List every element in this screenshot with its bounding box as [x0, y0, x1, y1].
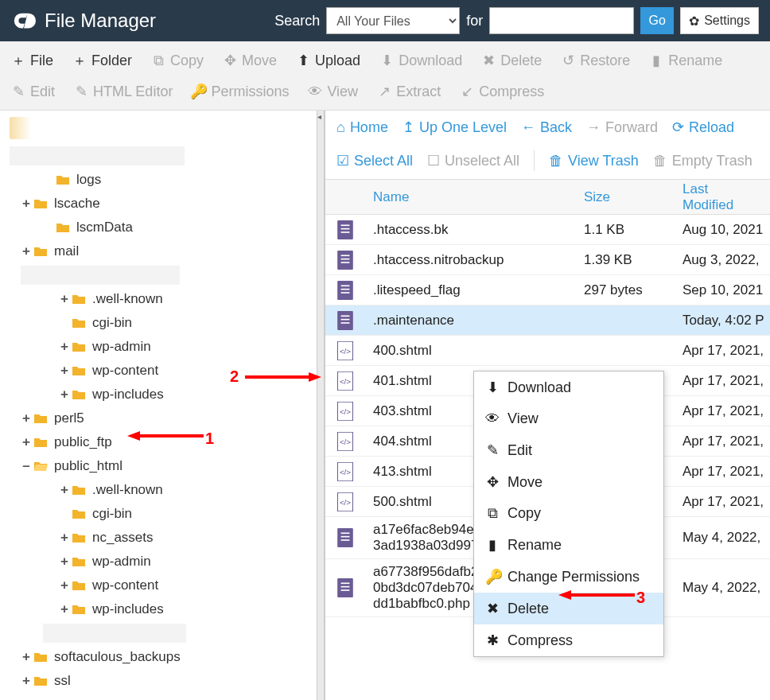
- folder-icon: [72, 293, 88, 305]
- context-copy[interactable]: ⧉Copy: [474, 498, 663, 529]
- expand-toggle[interactable]: +: [59, 339, 70, 355]
- expand-toggle[interactable]: –: [21, 458, 32, 474]
- col-modified[interactable]: Last Modified: [675, 181, 770, 213]
- header-bar: File Manager Search All Your Files for G…: [0, 0, 770, 41]
- tree-node[interactable]: +wp-content: [59, 574, 317, 597]
- edit-button[interactable]: ✎Edit: [3, 78, 63, 105]
- expand-toggle[interactable]: +: [59, 530, 70, 546]
- tree-node[interactable]: +wp-content: [59, 359, 317, 383]
- tree-node[interactable]: +wp-admin: [59, 335, 317, 359]
- file-modified: May 4, 2022,: [675, 580, 770, 596]
- view-trash-button[interactable]: 🗑View Trash: [549, 153, 639, 169]
- tree-node[interactable]: +.well-known: [59, 287, 317, 311]
- tree-node[interactable]: +public_ftp: [21, 430, 317, 454]
- expand-toggle[interactable]: +: [59, 554, 70, 570]
- back-button[interactable]: ←Back: [521, 119, 572, 136]
- expand-toggle[interactable]: +: [21, 196, 32, 212]
- go-button[interactable]: Go: [640, 7, 674, 34]
- move-button[interactable]: ✥Move: [215, 46, 285, 75]
- folder-icon: [33, 412, 49, 425]
- expand-toggle[interactable]: +: [21, 243, 32, 259]
- folder-button[interactable]: ＋Folder: [64, 46, 140, 75]
- tree-node[interactable]: +tmp: [21, 693, 317, 700]
- tree-node[interactable]: +perl5: [21, 406, 317, 430]
- tree-node[interactable]: cgi-bin: [59, 502, 317, 526]
- expand-toggle[interactable]: +: [59, 601, 70, 617]
- tree-node[interactable]: +mail: [21, 239, 317, 263]
- expand-toggle[interactable]: +: [59, 387, 70, 402]
- html-editor-button[interactable]: ✎HTML Editor: [66, 78, 181, 105]
- expand-toggle[interactable]: +: [21, 697, 32, 700]
- extract-button[interactable]: ↗Extract: [369, 78, 449, 105]
- delete-button[interactable]: ✖Delete: [473, 46, 550, 75]
- file-row[interactable]: 400.shtmlApr 17, 2021,: [325, 336, 770, 366]
- tree-node[interactable]: logs: [43, 168, 317, 192]
- file-modified: Aug 10, 2021: [675, 222, 770, 238]
- file-row[interactable]: .maintenanceToday, 4:02 P: [325, 305, 770, 336]
- search-input[interactable]: [489, 7, 634, 34]
- tree-node[interactable]: [10, 144, 317, 168]
- tree-node[interactable]: +softaculous_backups: [21, 645, 317, 669]
- unselect-all-button[interactable]: ☐Unselect All: [427, 152, 519, 169]
- context-compress[interactable]: ✱Compress: [474, 624, 663, 656]
- tree-node[interactable]: [21, 263, 317, 287]
- context-rename[interactable]: ▮Rename: [474, 529, 663, 561]
- tree-node[interactable]: +nc_assets: [59, 526, 317, 550]
- tree-node[interactable]: +.well-known: [59, 478, 317, 502]
- code-file-icon: [325, 371, 365, 391]
- home-button[interactable]: ⌂Home: [336, 119, 388, 136]
- forward-button[interactable]: →Forward: [586, 119, 658, 136]
- expand-toggle[interactable]: +: [59, 291, 70, 307]
- ctx-icon: ⬇: [485, 379, 500, 396]
- tree-node[interactable]: +ssl: [21, 669, 317, 693]
- file-row[interactable]: .htaccess.nitrobackup1.39 KBAug 3, 2022,: [325, 245, 770, 275]
- file-row[interactable]: .htaccess.bk1.1 KBAug 10, 2021: [325, 215, 770, 245]
- file-modified: May 4, 2022,: [675, 530, 770, 546]
- search-scope-select[interactable]: All Your Files: [326, 7, 460, 34]
- context-delete[interactable]: ✖Delete: [474, 593, 663, 624]
- settings-button[interactable]: ✿ Settings: [680, 7, 759, 34]
- file-button[interactable]: ＋File: [3, 46, 61, 75]
- context-change-permissions[interactable]: 🔑Change Permissions: [474, 561, 663, 593]
- tree-node[interactable]: +wp-includes: [59, 383, 317, 406]
- col-name[interactable]: Name: [365, 189, 576, 205]
- rename-button[interactable]: ▮Rename: [641, 46, 730, 75]
- permissions-button[interactable]: 🔑Permissions: [184, 78, 297, 105]
- download-button[interactable]: ⬇Download: [371, 46, 470, 75]
- file-modified: Apr 17, 2021,: [675, 373, 770, 389]
- extract-icon: ↗: [377, 83, 391, 100]
- up-one-level-button[interactable]: ↥Up One Level: [402, 119, 507, 136]
- restore-button[interactable]: ↺Restore: [553, 46, 638, 75]
- tree-node[interactable]: +wp-admin: [59, 550, 317, 574]
- file-action-bar: ⌂Home ↥Up One Level ←Back →Forward ⟳Relo…: [325, 111, 770, 180]
- context-edit[interactable]: ✎Edit: [474, 434, 663, 466]
- tree-node-label: .well-known: [92, 291, 163, 307]
- select-all-button[interactable]: ☑Select All: [336, 152, 413, 169]
- tree-node[interactable]: –public_html: [21, 454, 317, 478]
- context-download[interactable]: ⬇Download: [474, 371, 663, 403]
- expand-toggle[interactable]: +: [21, 673, 32, 689]
- file-row[interactable]: .litespeed_flag297 bytesSep 10, 2021: [325, 275, 770, 305]
- expand-toggle[interactable]: +: [59, 363, 70, 379]
- tree-node[interactable]: +wp-includes: [59, 597, 317, 621]
- ctx-icon: ✖: [485, 600, 500, 617]
- context-view[interactable]: 👁View: [474, 403, 663, 434]
- copy-button[interactable]: ⧉Copy: [143, 46, 212, 75]
- expand-toggle[interactable]: +: [59, 482, 70, 498]
- upload-button[interactable]: ⬆Upload: [288, 46, 368, 75]
- tree-node[interactable]: cgi-bin: [59, 311, 317, 335]
- col-size[interactable]: Size: [576, 189, 675, 205]
- expand-toggle[interactable]: +: [21, 434, 32, 450]
- tree-node[interactable]: [43, 621, 317, 645]
- splitter-handle[interactable]: [317, 111, 325, 700]
- expand-toggle[interactable]: +: [21, 649, 32, 665]
- reload-button[interactable]: ⟳Reload: [672, 119, 734, 136]
- tree-node[interactable]: +lscache: [21, 192, 317, 216]
- empty-trash-button[interactable]: 🗑Empty Trash: [653, 153, 752, 169]
- expand-toggle[interactable]: +: [59, 578, 70, 593]
- view-button[interactable]: 👁View: [300, 78, 366, 105]
- expand-toggle[interactable]: +: [21, 410, 32, 426]
- context-move[interactable]: ✥Move: [474, 466, 663, 498]
- compress-button[interactable]: ↙Compress: [452, 78, 552, 105]
- tree-node[interactable]: lscmData: [43, 216, 317, 239]
